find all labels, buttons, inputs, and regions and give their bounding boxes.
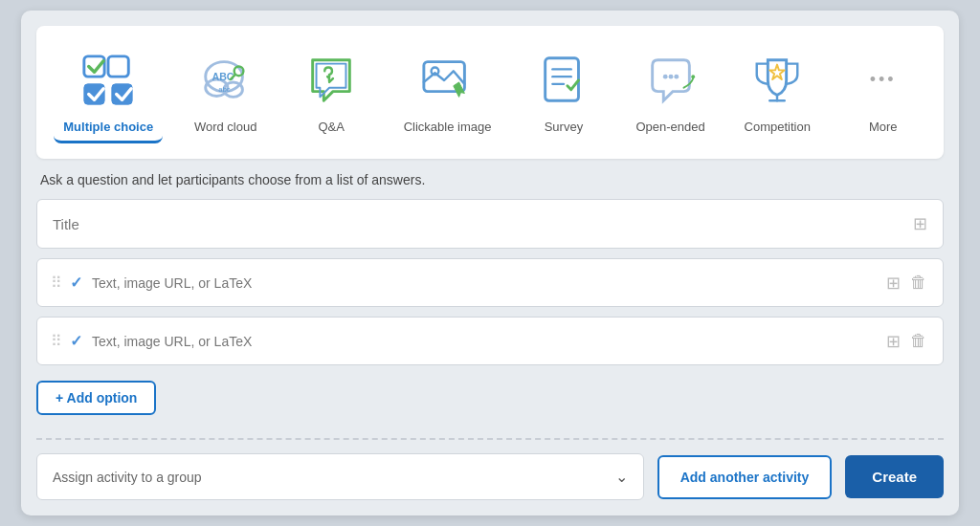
add-option-button[interactable]: + Add option xyxy=(36,381,156,415)
svg-marker-26 xyxy=(769,64,784,78)
bottom-bar: Assign activity to a group ⌄ Add another… xyxy=(36,453,944,500)
option-row-1: ⠿ ✓ ⊞ 🗑 xyxy=(36,258,944,307)
option-2-actions: ⊞ 🗑 xyxy=(886,329,929,353)
svg-rect-16 xyxy=(546,57,579,99)
activity-type-more[interactable]: ••• More xyxy=(840,41,926,142)
option-1-image-icon[interactable]: ⊞ xyxy=(886,273,901,294)
activity-type-clickable-image[interactable]: Clickable image xyxy=(394,41,501,142)
group-select-label: Assign activity to a group xyxy=(53,470,202,485)
option-input-1[interactable] xyxy=(92,275,877,291)
delete-option-2-button[interactable]: 🗑 xyxy=(908,329,929,353)
activity-description: Ask a question and let participants choo… xyxy=(36,172,944,187)
competition-icon xyxy=(744,47,811,114)
check-icon-1: ✓ xyxy=(70,274,82,292)
chevron-down-icon: ⌄ xyxy=(615,468,628,486)
svg-text:abc: abc xyxy=(218,84,231,93)
activity-type-competition[interactable]: Competition xyxy=(734,41,820,142)
section-divider xyxy=(36,438,944,440)
create-button[interactable]: Create xyxy=(845,455,944,498)
main-container: Multiple choice ABC abc Word cloud xyxy=(21,11,959,516)
add-another-activity-button[interactable]: Add another activity xyxy=(657,455,833,499)
activity-type-word-cloud[interactable]: ABC abc Word cloud xyxy=(183,41,269,142)
option-2-image-icon[interactable]: ⊞ xyxy=(886,331,901,352)
word-cloud-icon: ABC abc xyxy=(192,47,259,114)
word-cloud-label: Word cloud xyxy=(194,120,257,136)
title-image-icon: ⊞ xyxy=(913,213,927,234)
activity-type-multiple-choice[interactable]: Multiple choice xyxy=(54,41,163,144)
drag-handle-1[interactable]: ⠿ xyxy=(51,274,60,292)
title-input-row: ⊞ xyxy=(36,199,944,249)
group-select-dropdown[interactable]: Assign activity to a group ⌄ xyxy=(36,453,644,500)
delete-option-1-button[interactable]: 🗑 xyxy=(908,271,929,295)
multiple-choice-icon xyxy=(75,47,142,114)
open-ended-label: Open-ended xyxy=(635,120,704,136)
competition-label: Competition xyxy=(745,120,811,136)
activity-type-selector: Multiple choice ABC abc Word cloud xyxy=(36,26,944,160)
survey-icon xyxy=(530,47,597,114)
activity-type-survey[interactable]: Survey xyxy=(521,41,607,142)
more-label: More xyxy=(869,120,898,136)
option-row-2: ⠿ ✓ ⊞ 🗑 xyxy=(36,317,944,365)
drag-handle-2[interactable]: ⠿ xyxy=(51,332,60,350)
clickable-image-label: Clickable image xyxy=(404,120,492,136)
survey-label: Survey xyxy=(545,120,583,136)
open-ended-icon xyxy=(637,47,704,114)
qa-label: Q&A xyxy=(318,120,344,136)
title-input[interactable] xyxy=(53,216,913,232)
svg-point-21 xyxy=(668,74,673,78)
qa-icon xyxy=(298,47,365,114)
svg-point-20 xyxy=(662,74,667,78)
clickable-image-icon xyxy=(414,47,481,114)
check-icon-2: ✓ xyxy=(70,332,82,350)
activity-type-open-ended[interactable]: Open-ended xyxy=(626,41,714,142)
svg-point-23 xyxy=(691,75,695,78)
multiple-choice-label: Multiple choice xyxy=(63,120,153,136)
svg-text:ABC: ABC xyxy=(212,71,234,82)
svg-point-22 xyxy=(674,74,679,78)
more-icon: ••• xyxy=(850,47,917,114)
option-1-actions: ⊞ 🗑 xyxy=(886,271,929,295)
activity-type-qa[interactable]: Q&A xyxy=(288,41,374,142)
svg-point-13 xyxy=(328,78,331,81)
svg-rect-1 xyxy=(108,55,128,76)
option-input-2[interactable] xyxy=(92,334,877,349)
